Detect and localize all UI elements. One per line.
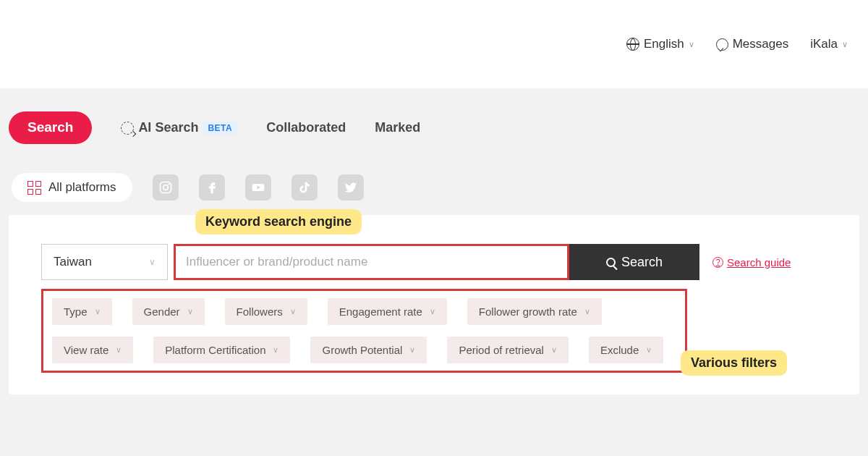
svg-point-1 (163, 185, 168, 190)
search-guide-link[interactable]: ? Search guide (712, 256, 791, 269)
filter-label: Gender (144, 305, 180, 318)
filter-growth-potential[interactable]: Growth Potential∨ (310, 337, 427, 363)
search-input-highlight (174, 244, 569, 280)
search-button[interactable]: Search (569, 244, 699, 280)
youtube-icon[interactable] (245, 174, 271, 200)
search-row: Taiwan ∨ Search ? Search guide (41, 244, 827, 280)
tiktok-icon[interactable] (292, 174, 318, 200)
chevron-down-icon: ∨ (551, 345, 557, 355)
search-button-label: Search (621, 255, 663, 270)
filter-label: Follower growth rate (479, 305, 577, 318)
chevron-down-icon: ∨ (149, 257, 156, 267)
annotation-keyword: Keyword search engine (195, 209, 362, 235)
filter-type[interactable]: Type∨ (52, 298, 112, 325)
filter-platform-certification[interactable]: Platform Certification∨ (153, 337, 290, 363)
chevron-down-icon: ∨ (842, 40, 848, 49)
tab-ai-search[interactable]: AI Search BETA (121, 120, 237, 135)
beta-badge: BETA (203, 122, 237, 135)
search-guide-label: Search guide (727, 256, 791, 269)
twitter-icon[interactable] (338, 174, 364, 200)
filter-exclude[interactable]: Exclude∨ (589, 337, 663, 363)
chevron-down-icon: ∨ (646, 345, 652, 355)
search-icon (606, 258, 616, 267)
platform-filter-row: All platforms (6, 173, 862, 202)
chevron-down-icon: ∨ (290, 307, 296, 316)
filter-label: Growth Potential (322, 344, 402, 356)
filter-period-of-retrieval[interactable]: Period of retrieval∨ (447, 337, 569, 363)
ai-search-icon (121, 122, 134, 135)
all-platforms-chip[interactable]: All platforms (12, 173, 132, 202)
messages-link[interactable]: Messages (716, 37, 788, 51)
top-header: English ∨ Messages iKala ∨ (0, 0, 868, 88)
chevron-down-icon: ∨ (584, 307, 590, 316)
filter-label: Platform Certification (165, 344, 265, 356)
svg-point-2 (168, 183, 169, 185)
search-input[interactable] (176, 246, 567, 278)
filters-highlight: Type∨ Gender∨ Followers∨ Engagement rate… (41, 289, 687, 373)
tab-ai-search-label: AI Search (138, 120, 198, 135)
search-card: Keyword search engine Taiwan ∨ Search ? … (9, 215, 859, 394)
filter-label: Engagement rate (339, 305, 422, 318)
facebook-icon[interactable] (199, 174, 225, 200)
account-label: iKala (810, 37, 838, 51)
filter-label: View rate (64, 344, 109, 356)
language-switcher[interactable]: English ∨ (626, 37, 694, 51)
region-value: Taiwan (54, 255, 92, 269)
filter-follower-growth-rate[interactable]: Follower growth rate∨ (467, 298, 602, 325)
filter-label: Type (64, 305, 88, 318)
filter-followers[interactable]: Followers∨ (225, 298, 307, 325)
filter-label: Exclude (600, 344, 639, 356)
chevron-down-icon: ∨ (273, 345, 278, 355)
filter-gender[interactable]: Gender∨ (132, 298, 205, 325)
tab-collaborated[interactable]: Collaborated (266, 120, 346, 135)
grid-icon (27, 181, 41, 195)
all-platforms-label: All platforms (48, 180, 116, 195)
primary-tabs: Search AI Search BETA Collaborated Marke… (6, 111, 862, 144)
chevron-down-icon: ∨ (430, 307, 435, 316)
filter-label: Followers (237, 305, 283, 318)
region-select[interactable]: Taiwan ∨ (41, 244, 168, 280)
filter-engagement-rate[interactable]: Engagement rate∨ (328, 298, 447, 325)
chevron-down-icon: ∨ (116, 345, 122, 355)
filter-label: Period of retrieval (459, 344, 544, 356)
chevron-down-icon: ∨ (95, 307, 101, 316)
messages-label: Messages (733, 37, 788, 51)
tab-search[interactable]: Search (9, 111, 92, 144)
main-area: Search AI Search BETA Collaborated Marke… (0, 88, 868, 456)
message-icon (716, 38, 728, 51)
chevron-down-icon: ∨ (187, 307, 193, 316)
help-icon: ? (712, 257, 723, 268)
annotation-filters: Various filters (681, 350, 787, 376)
account-menu[interactable]: iKala ∨ (810, 37, 848, 51)
filter-view-rate[interactable]: View rate∨ (52, 337, 133, 363)
chevron-down-icon: ∨ (409, 345, 415, 355)
language-label: English (644, 37, 684, 51)
chevron-down-icon: ∨ (689, 40, 694, 49)
instagram-icon[interactable] (153, 174, 179, 200)
globe-icon (626, 38, 639, 51)
tab-marked[interactable]: Marked (375, 120, 420, 135)
